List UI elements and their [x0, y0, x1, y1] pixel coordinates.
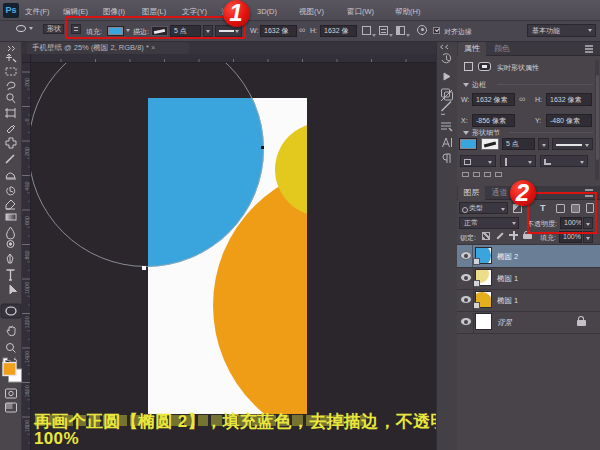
svg-text:1800: 1800: [24, 420, 30, 432]
svg-text:0: 0: [24, 118, 30, 121]
svg-text:1600: 1600: [24, 385, 30, 397]
svg-text:200: 200: [24, 78, 30, 87]
svg-text:1000: 1000: [24, 282, 30, 294]
svg-text:1400: 1400: [24, 351, 30, 363]
svg-text:400: 400: [24, 181, 30, 190]
svg-text:1200: 1200: [24, 316, 30, 328]
svg-text:800: 800: [24, 250, 30, 259]
svg-text:200: 200: [24, 147, 30, 156]
svg-text:600: 600: [24, 216, 30, 225]
